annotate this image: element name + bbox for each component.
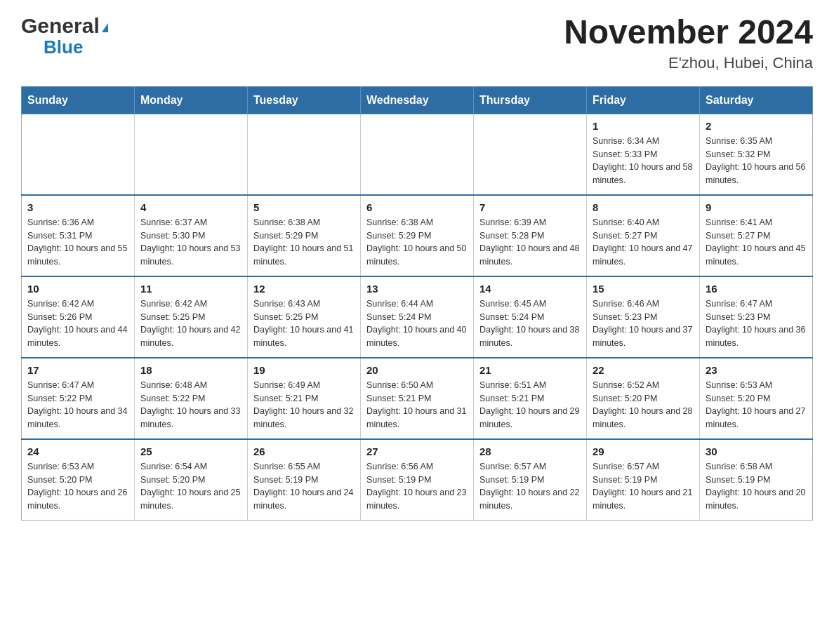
day-number: 8 [593, 201, 694, 213]
calendar-cell: 24Sunrise: 6:53 AM Sunset: 5:20 PM Dayli… [22, 439, 135, 521]
calendar-cell: 1Sunrise: 6:34 AM Sunset: 5:33 PM Daylig… [587, 114, 700, 195]
day-number: 15 [593, 283, 694, 295]
calendar-header: SundayMondayTuesdayWednesdayThursdayFrid… [22, 86, 813, 114]
day-info: Sunrise: 6:42 AM Sunset: 5:26 PM Dayligh… [27, 297, 128, 350]
weekday-header-thursday: Thursday [474, 86, 587, 114]
logo-general-text: General [21, 14, 100, 38]
day-info: Sunrise: 6:58 AM Sunset: 5:19 PM Dayligh… [706, 460, 807, 513]
day-info: Sunrise: 6:35 AM Sunset: 5:32 PM Dayligh… [706, 135, 807, 187]
day-info: Sunrise: 6:52 AM Sunset: 5:20 PM Dayligh… [593, 379, 694, 431]
day-info: Sunrise: 6:54 AM Sunset: 5:20 PM Dayligh… [140, 460, 241, 513]
weekday-header-friday: Friday [587, 86, 700, 114]
day-number: 5 [253, 201, 355, 213]
calendar-cell: 20Sunrise: 6:50 AM Sunset: 5:21 PM Dayli… [361, 358, 474, 439]
day-info: Sunrise: 6:36 AM Sunset: 5:31 PM Dayligh… [27, 216, 128, 269]
day-number: 19 [253, 364, 355, 376]
day-info: Sunrise: 6:45 AM Sunset: 5:24 PM Dayligh… [479, 297, 581, 350]
weekday-header-row: SundayMondayTuesdayWednesdayThursdayFrid… [22, 86, 813, 114]
calendar-cell [474, 114, 587, 195]
day-number: 12 [253, 283, 355, 295]
calendar-cell: 23Sunrise: 6:53 AM Sunset: 5:20 PM Dayli… [700, 358, 813, 439]
weekday-header-saturday: Saturday [700, 86, 813, 114]
calendar-cell: 2Sunrise: 6:35 AM Sunset: 5:32 PM Daylig… [700, 114, 813, 195]
weekday-header-sunday: Sunday [22, 86, 135, 114]
calendar-week-row: 17Sunrise: 6:47 AM Sunset: 5:22 PM Dayli… [22, 358, 813, 439]
calendar-title: November 2024 [564, 14, 813, 51]
calendar-cell [361, 114, 474, 195]
day-info: Sunrise: 6:56 AM Sunset: 5:19 PM Dayligh… [366, 460, 468, 513]
day-number: 13 [366, 283, 468, 295]
weekday-header-wednesday: Wednesday [361, 86, 474, 114]
calendar-cell: 21Sunrise: 6:51 AM Sunset: 5:21 PM Dayli… [474, 358, 587, 439]
calendar-cell: 14Sunrise: 6:45 AM Sunset: 5:24 PM Dayli… [474, 276, 587, 358]
day-number: 30 [706, 445, 807, 457]
day-info: Sunrise: 6:43 AM Sunset: 5:25 PM Dayligh… [253, 297, 355, 350]
day-info: Sunrise: 6:39 AM Sunset: 5:28 PM Dayligh… [479, 216, 581, 269]
calendar-subtitle: E'zhou, Hubei, China [564, 54, 813, 72]
calendar-body: 1Sunrise: 6:34 AM Sunset: 5:33 PM Daylig… [22, 114, 813, 520]
day-number: 1 [593, 120, 694, 132]
calendar-cell: 26Sunrise: 6:55 AM Sunset: 5:19 PM Dayli… [248, 439, 361, 521]
day-info: Sunrise: 6:41 AM Sunset: 5:27 PM Dayligh… [706, 216, 807, 269]
day-info: Sunrise: 6:47 AM Sunset: 5:23 PM Dayligh… [706, 297, 807, 350]
calendar-cell [248, 114, 361, 195]
calendar-cell: 13Sunrise: 6:44 AM Sunset: 5:24 PM Dayli… [361, 276, 474, 358]
day-number: 9 [706, 201, 807, 213]
day-number: 21 [479, 364, 581, 376]
day-number: 7 [479, 201, 581, 213]
calendar-cell: 29Sunrise: 6:57 AM Sunset: 5:19 PM Dayli… [587, 439, 700, 521]
logo: General Blue [21, 14, 108, 58]
logo-triangle-icon [102, 23, 108, 32]
calendar-week-row: 10Sunrise: 6:42 AM Sunset: 5:26 PM Dayli… [22, 276, 813, 358]
day-number: 18 [140, 364, 241, 376]
day-number: 29 [593, 445, 694, 457]
calendar-cell: 22Sunrise: 6:52 AM Sunset: 5:20 PM Dayli… [587, 358, 700, 439]
title-block: November 2024 E'zhou, Hubei, China [564, 14, 813, 72]
calendar-cell: 5Sunrise: 6:38 AM Sunset: 5:29 PM Daylig… [248, 195, 361, 276]
day-info: Sunrise: 6:46 AM Sunset: 5:23 PM Dayligh… [593, 297, 694, 350]
calendar-cell: 19Sunrise: 6:49 AM Sunset: 5:21 PM Dayli… [248, 358, 361, 439]
day-number: 27 [366, 445, 468, 457]
calendar-cell: 4Sunrise: 6:37 AM Sunset: 5:30 PM Daylig… [135, 195, 248, 276]
logo-blue-text: Blue [44, 36, 83, 58]
day-info: Sunrise: 6:40 AM Sunset: 5:27 PM Dayligh… [593, 216, 694, 269]
day-info: Sunrise: 6:34 AM Sunset: 5:33 PM Dayligh… [593, 135, 694, 187]
calendar-cell: 3Sunrise: 6:36 AM Sunset: 5:31 PM Daylig… [22, 195, 135, 276]
calendar-cell: 16Sunrise: 6:47 AM Sunset: 5:23 PM Dayli… [700, 276, 813, 358]
day-info: Sunrise: 6:37 AM Sunset: 5:30 PM Dayligh… [140, 216, 241, 269]
calendar-week-row: 3Sunrise: 6:36 AM Sunset: 5:31 PM Daylig… [22, 195, 813, 276]
calendar-cell: 12Sunrise: 6:43 AM Sunset: 5:25 PM Dayli… [248, 276, 361, 358]
day-info: Sunrise: 6:50 AM Sunset: 5:21 PM Dayligh… [366, 379, 468, 431]
day-number: 2 [706, 120, 807, 132]
calendar-table: SundayMondayTuesdayWednesdayThursdayFrid… [21, 86, 813, 521]
day-info: Sunrise: 6:55 AM Sunset: 5:19 PM Dayligh… [253, 460, 355, 513]
calendar-cell: 8Sunrise: 6:40 AM Sunset: 5:27 PM Daylig… [587, 195, 700, 276]
calendar-cell: 6Sunrise: 6:38 AM Sunset: 5:29 PM Daylig… [361, 195, 474, 276]
calendar-cell: 11Sunrise: 6:42 AM Sunset: 5:25 PM Dayli… [135, 276, 248, 358]
day-number: 28 [479, 445, 581, 457]
day-info: Sunrise: 6:49 AM Sunset: 5:21 PM Dayligh… [253, 379, 355, 431]
weekday-header-tuesday: Tuesday [248, 86, 361, 114]
day-number: 20 [366, 364, 468, 376]
calendar-cell: 9Sunrise: 6:41 AM Sunset: 5:27 PM Daylig… [700, 195, 813, 276]
day-number: 17 [27, 364, 128, 376]
day-number: 23 [706, 364, 807, 376]
day-info: Sunrise: 6:57 AM Sunset: 5:19 PM Dayligh… [479, 460, 581, 513]
day-number: 25 [140, 445, 241, 457]
calendar-cell: 18Sunrise: 6:48 AM Sunset: 5:22 PM Dayli… [135, 358, 248, 439]
day-info: Sunrise: 6:42 AM Sunset: 5:25 PM Dayligh… [140, 297, 241, 350]
calendar-cell: 30Sunrise: 6:58 AM Sunset: 5:19 PM Dayli… [700, 439, 813, 521]
weekday-header-monday: Monday [135, 86, 248, 114]
calendar-week-row: 1Sunrise: 6:34 AM Sunset: 5:33 PM Daylig… [22, 114, 813, 195]
calendar-cell: 27Sunrise: 6:56 AM Sunset: 5:19 PM Dayli… [361, 439, 474, 521]
day-number: 22 [593, 364, 694, 376]
day-info: Sunrise: 6:53 AM Sunset: 5:20 PM Dayligh… [27, 460, 128, 513]
calendar-cell: 15Sunrise: 6:46 AM Sunset: 5:23 PM Dayli… [587, 276, 700, 358]
day-number: 4 [140, 201, 241, 213]
day-number: 6 [366, 201, 468, 213]
calendar-cell: 25Sunrise: 6:54 AM Sunset: 5:20 PM Dayli… [135, 439, 248, 521]
day-number: 10 [27, 283, 128, 295]
day-number: 26 [253, 445, 355, 457]
calendar-cell [135, 114, 248, 195]
day-info: Sunrise: 6:38 AM Sunset: 5:29 PM Dayligh… [366, 216, 468, 269]
